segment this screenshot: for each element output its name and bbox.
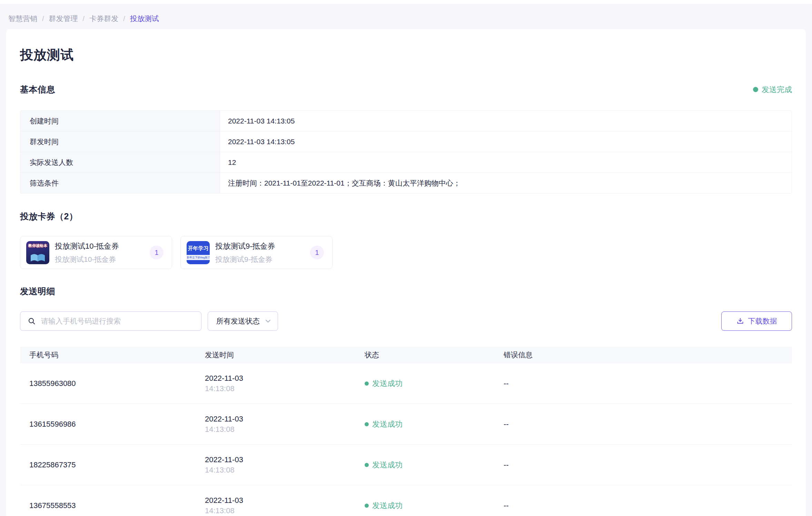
cell-send-time: 2022-11-03 14:13:08 bbox=[196, 455, 355, 475]
thumbnail-subcaption: 新年立下的flag努力一 bbox=[187, 255, 210, 260]
info-row-filter-conditions: 筛选条件 注册时间：2021-11-01至2022-11-01；交互商场：黄山太… bbox=[20, 172, 792, 193]
table-row: 13675558553 2022-11-03 14:13:08 发送成功 -- bbox=[20, 485, 792, 516]
coupon-card[interactable]: 教你读绘本 投放测试10-抵金券 投放测试10-抵金券 1 bbox=[20, 236, 172, 269]
coupon-texts: 投放测试10-抵金券 投放测试10-抵金券 bbox=[55, 241, 150, 264]
cell-status: 发送成功 bbox=[355, 419, 494, 429]
details-controls-row: 所有发送状态 下载数据 bbox=[20, 311, 792, 331]
send-clock-time: 14:13:08 bbox=[205, 424, 355, 435]
cell-phone: 13855963080 bbox=[20, 379, 196, 388]
page-background: 智慧营销 / 群发管理 / 卡券群发 / 投放测试 投放测试 基本信息 发送完成… bbox=[0, 4, 812, 516]
thumbnail-caption: 教你读绘本 bbox=[26, 243, 49, 248]
status-label: 发送成功 bbox=[372, 378, 403, 389]
basic-info-header-row: 基本信息 发送完成 bbox=[20, 84, 792, 95]
cell-error: -- bbox=[494, 460, 792, 469]
coupon-thumbnail-image: 教你读绘本 bbox=[26, 241, 49, 264]
breadcrumb-item-smart-marketing[interactable]: 智慧营销 bbox=[8, 14, 37, 23]
status-dot-icon bbox=[365, 381, 369, 386]
table-row: 18225867375 2022-11-03 14:13:08 发送成功 -- bbox=[20, 445, 792, 485]
cell-send-time: 2022-11-03 14:13:08 bbox=[196, 373, 355, 394]
info-label: 筛选条件 bbox=[20, 173, 220, 193]
send-status-filter-select[interactable]: 所有发送状态 bbox=[208, 311, 278, 331]
status-label: 发送成功 bbox=[372, 500, 403, 511]
status-dot-icon bbox=[365, 504, 369, 508]
open-book-icon bbox=[30, 253, 46, 262]
table-row: 13855963080 2022-11-03 14:13:08 发送成功 -- bbox=[20, 363, 792, 404]
cell-status: 发送成功 bbox=[355, 500, 494, 511]
breadcrumb-separator: / bbox=[83, 15, 85, 23]
page-title: 投放测试 bbox=[20, 29, 792, 64]
column-header-phone: 手机号码 bbox=[20, 350, 196, 360]
phone-search-input[interactable] bbox=[40, 317, 195, 326]
info-value: 2022-11-03 14:13:05 bbox=[220, 111, 792, 131]
info-value: 2022-11-03 14:13:05 bbox=[220, 131, 792, 152]
content-card: 投放测试 基本信息 发送完成 创建时间 2022-11-03 14:13:05 … bbox=[6, 29, 806, 516]
column-header-error: 错误信息 bbox=[494, 350, 792, 360]
send-date: 2022-11-03 bbox=[205, 414, 355, 424]
cell-error: -- bbox=[494, 379, 792, 388]
breadcrumb-separator: / bbox=[42, 15, 44, 23]
coupon-title: 投放测试10-抵金券 bbox=[55, 241, 150, 251]
cell-send-time: 2022-11-03 14:13:08 bbox=[196, 414, 355, 435]
status-dot-icon bbox=[753, 87, 758, 92]
info-row-mass-send-time: 群发时间 2022-11-03 14:13:05 bbox=[20, 131, 792, 152]
table-header-row: 手机号码 发送时间 状态 错误信息 bbox=[20, 347, 792, 363]
search-icon bbox=[28, 317, 36, 325]
table-row: 13615596986 2022-11-03 14:13:08 发送成功 -- bbox=[20, 404, 792, 445]
cell-error: -- bbox=[494, 420, 792, 429]
coupons-heading: 投放卡券（2） bbox=[20, 211, 792, 222]
info-row-actual-recipients: 实际发送人数 12 bbox=[20, 152, 792, 172]
coupon-cards-row: 教你读绘本 投放测试10-抵金券 投放测试10-抵金券 1 开年学习 新年立下的… bbox=[20, 236, 792, 269]
send-details-heading: 发送明细 bbox=[20, 286, 792, 297]
status-label: 发送成功 bbox=[372, 460, 403, 470]
status-dot-icon bbox=[365, 422, 369, 426]
breadcrumb-item-coupon-mass-send[interactable]: 卡券群发 bbox=[89, 14, 118, 23]
status-dot-icon bbox=[365, 463, 369, 467]
cell-send-time: 2022-11-03 14:13:08 bbox=[196, 495, 355, 516]
send-clock-time: 14:13:08 bbox=[205, 384, 355, 394]
breadcrumb-item-mass-send-management[interactable]: 群发管理 bbox=[49, 14, 78, 23]
send-date: 2022-11-03 bbox=[205, 455, 355, 465]
send-status-badge: 发送完成 bbox=[753, 85, 792, 95]
download-button-label: 下载数据 bbox=[748, 316, 777, 326]
coupon-thumbnail-image: 开年学习 新年立下的flag努力一 bbox=[187, 241, 210, 264]
send-date: 2022-11-03 bbox=[205, 373, 355, 384]
info-row-created-time: 创建时间 2022-11-03 14:13:05 bbox=[20, 111, 792, 131]
basic-info-table: 创建时间 2022-11-03 14:13:05 群发时间 2022-11-03… bbox=[20, 110, 792, 194]
column-header-send-time: 发送时间 bbox=[196, 350, 355, 360]
coupon-texts: 投放测试9-抵金券 投放测试9-抵金券 bbox=[215, 241, 310, 264]
cell-status: 发送成功 bbox=[355, 460, 494, 470]
info-label: 群发时间 bbox=[20, 131, 220, 152]
coupon-count-badge: 1 bbox=[150, 246, 164, 259]
cell-phone: 13615596986 bbox=[20, 420, 196, 429]
send-status-filter-value: 所有发送状态 bbox=[216, 316, 260, 326]
column-header-status: 状态 bbox=[355, 350, 494, 360]
cell-phone: 18225867375 bbox=[20, 460, 196, 469]
coupon-subtitle: 投放测试9-抵金券 bbox=[215, 255, 310, 264]
download-data-button[interactable]: 下载数据 bbox=[721, 311, 792, 331]
cell-phone: 13675558553 bbox=[20, 501, 196, 510]
cell-status: 发送成功 bbox=[355, 378, 494, 389]
breadcrumb-item-current-delivery-test: 投放测试 bbox=[130, 14, 159, 23]
send-date: 2022-11-03 bbox=[205, 495, 355, 506]
coupon-card[interactable]: 开年学习 新年立下的flag努力一 投放测试9-抵金券 投放测试9-抵金券 1 bbox=[180, 236, 333, 269]
send-clock-time: 14:13:08 bbox=[205, 465, 355, 475]
info-value: 注册时间：2021-11-01至2022-11-01；交互商场：黄山太平洋购物中… bbox=[220, 173, 792, 193]
thumbnail-caption: 开年学习 bbox=[187, 245, 210, 252]
download-icon bbox=[736, 317, 744, 325]
basic-info-heading: 基本信息 bbox=[20, 84, 55, 95]
cell-error: -- bbox=[494, 501, 792, 510]
send-status-label: 发送完成 bbox=[762, 85, 792, 95]
send-detail-table: 手机号码 发送时间 状态 错误信息 13855963080 2022-11-03… bbox=[20, 347, 792, 516]
coupon-subtitle: 投放测试10-抵金券 bbox=[55, 255, 150, 264]
info-label: 创建时间 bbox=[20, 111, 220, 131]
status-label: 发送成功 bbox=[372, 419, 403, 429]
phone-search-box[interactable] bbox=[20, 311, 201, 331]
chevron-down-icon bbox=[265, 319, 271, 323]
breadcrumb-separator: / bbox=[123, 15, 125, 23]
send-clock-time: 14:13:08 bbox=[205, 506, 355, 516]
info-label: 实际发送人数 bbox=[20, 152, 220, 172]
info-value: 12 bbox=[220, 152, 792, 172]
breadcrumb: 智慧营销 / 群发管理 / 卡券群发 / 投放测试 bbox=[0, 4, 812, 23]
coupon-count-badge: 1 bbox=[310, 246, 324, 259]
coupon-title: 投放测试9-抵金券 bbox=[215, 241, 310, 251]
